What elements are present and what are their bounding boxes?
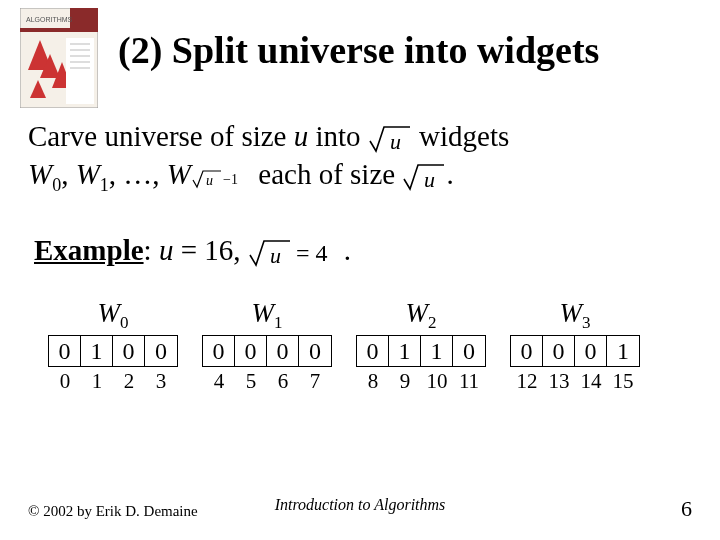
- index: 8: [357, 369, 389, 394]
- widget-block: W1 0 0 0 0 4 5 6 7: [202, 298, 332, 394]
- svg-text:−1: −1: [223, 172, 238, 187]
- text: into: [308, 120, 368, 152]
- cell: 0: [49, 336, 81, 366]
- text: widgets: [412, 120, 509, 152]
- widget-label: W0: [98, 298, 129, 333]
- text: :: [144, 234, 159, 266]
- w: W: [252, 298, 275, 328]
- index: 9: [389, 369, 421, 394]
- indices: 0 1 2 3: [49, 369, 177, 394]
- cell: 0: [511, 336, 543, 366]
- svg-text:= 4: = 4: [296, 240, 328, 266]
- w: W: [560, 298, 583, 328]
- var-w: W: [76, 158, 100, 190]
- book-cover-image: ALGORITHMS: [20, 8, 98, 108]
- var-u: u: [159, 234, 174, 266]
- text: , …,: [109, 158, 167, 190]
- sqrt-u-eq-4-icon: u= 4: [248, 237, 344, 269]
- cells: 0 1 0 0: [48, 335, 178, 367]
- cell: 1: [389, 336, 421, 366]
- svg-text:u: u: [270, 243, 281, 268]
- slide-title: (2) Split universe into widgets: [118, 28, 599, 72]
- example-line: Example: u = 16, u= 4.: [34, 234, 351, 269]
- svg-rect-1: [20, 28, 98, 32]
- index: 10: [421, 369, 453, 394]
- var-w: W: [28, 158, 52, 190]
- footer: © 2002 by Erik D. Demaine Introduction t…: [28, 496, 692, 522]
- widget-label: W2: [406, 298, 437, 333]
- cell: 0: [543, 336, 575, 366]
- cell: 0: [299, 336, 331, 366]
- index: 6: [267, 369, 299, 394]
- sub: 2: [428, 313, 437, 332]
- index: 4: [203, 369, 235, 394]
- svg-text:u: u: [390, 129, 401, 154]
- w: W: [406, 298, 429, 328]
- sub: 0: [120, 313, 129, 332]
- index: 2: [113, 369, 145, 394]
- index: 12: [511, 369, 543, 394]
- cell: 0: [113, 336, 145, 366]
- widget-table: W0 0 1 0 0 0 1 2 3 W1 0 0: [48, 298, 688, 394]
- cell: 0: [357, 336, 389, 366]
- text: .: [344, 234, 351, 266]
- page-number: 6: [681, 496, 692, 522]
- text: .: [446, 158, 453, 190]
- copyright-text: © 2002 by Erik D. Demaine: [28, 503, 198, 520]
- index: 0: [49, 369, 81, 394]
- w: W: [98, 298, 121, 328]
- index: 15: [607, 369, 639, 394]
- svg-text:u: u: [424, 167, 435, 192]
- sqrt-u-icon: u: [368, 123, 412, 155]
- sub: 3: [582, 313, 591, 332]
- var-w: W: [167, 158, 191, 190]
- footer-title: Introduction to Algorithms: [275, 496, 446, 514]
- index: 1: [81, 369, 113, 394]
- index: 11: [453, 369, 485, 394]
- svg-text:ALGORITHMS: ALGORITHMS: [26, 16, 73, 23]
- svg-rect-2: [70, 8, 98, 28]
- sub: 0: [52, 174, 61, 194]
- widget-block: W0 0 1 0 0 0 1 2 3: [48, 298, 178, 394]
- cells: 0 0 0 0: [202, 335, 332, 367]
- cell: 0: [203, 336, 235, 366]
- svg-rect-8: [66, 38, 94, 104]
- index: 14: [575, 369, 607, 394]
- body-paragraph: Carve universe of size u into u widgets …: [28, 118, 688, 197]
- svg-text:u: u: [206, 173, 213, 188]
- cell: 0: [267, 336, 299, 366]
- text: ,: [61, 158, 76, 190]
- cells: 0 0 0 1: [510, 335, 640, 367]
- widget-label: W1: [252, 298, 283, 333]
- widget-block: W3 0 0 0 1 12 13 14 15: [510, 298, 640, 394]
- cell: 1: [81, 336, 113, 366]
- cell: 0: [453, 336, 485, 366]
- widget-block: W2 0 1 1 0 8 9 10 11: [356, 298, 486, 394]
- widget-label: W3: [560, 298, 591, 333]
- text: = 16,: [173, 234, 247, 266]
- text: each of size: [251, 158, 402, 190]
- index: 5: [235, 369, 267, 394]
- cells: 0 1 1 0: [356, 335, 486, 367]
- cell: 0: [235, 336, 267, 366]
- widget-row: W0 0 1 0 0 0 1 2 3 W1 0 0: [48, 298, 688, 394]
- indices: 12 13 14 15: [511, 369, 639, 394]
- text: Carve universe of size: [28, 120, 294, 152]
- cell: 1: [607, 336, 639, 366]
- index: 7: [299, 369, 331, 394]
- sqrt-u-icon: u: [402, 161, 446, 193]
- slide: ALGORITHMS (2) Split universe into widge…: [0, 0, 720, 540]
- example-label: Example: [34, 234, 144, 266]
- indices: 4 5 6 7: [203, 369, 331, 394]
- sqrt-u-minus-1-subscript-icon: u−1: [191, 168, 251, 190]
- cell: 1: [421, 336, 453, 366]
- index: 3: [145, 369, 177, 394]
- sub: 1: [100, 174, 109, 194]
- var-u: u: [294, 120, 309, 152]
- sub: 1: [274, 313, 283, 332]
- cell: 0: [575, 336, 607, 366]
- index: 13: [543, 369, 575, 394]
- cell: 0: [145, 336, 177, 366]
- indices: 8 9 10 11: [357, 369, 485, 394]
